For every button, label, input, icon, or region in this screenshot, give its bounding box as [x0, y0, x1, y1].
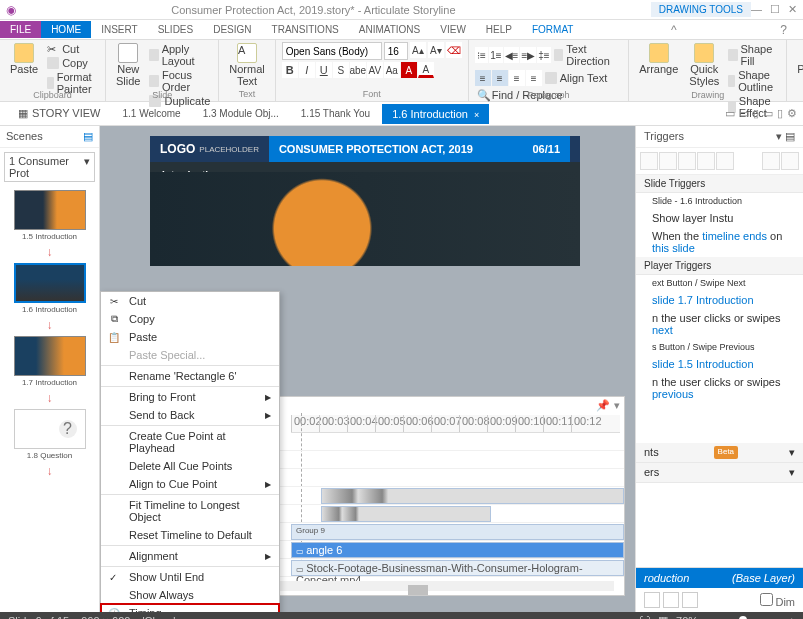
scene-select[interactable]: 1 Consumer Prot▾ [4, 152, 95, 182]
tab-format[interactable]: FORMAT [522, 21, 583, 38]
settings-icon[interactable]: ⚙ [787, 107, 797, 120]
trigger-item[interactable]: s Button / Swipe Previous [636, 339, 803, 355]
ctx-bring-to-front[interactable]: Bring to Front▶ [101, 388, 279, 406]
highlight-button[interactable]: A [401, 62, 417, 78]
edit-trigger-button[interactable] [659, 152, 677, 170]
slide-canvas[interactable]: LOGO PLACEHOLDER CONSUMER PROTECTION ACT… [100, 126, 635, 612]
delete-layer-button[interactable] [682, 592, 698, 608]
shape-fill-button[interactable]: Shape Fill [726, 42, 780, 68]
add-trigger-button[interactable] [640, 152, 658, 170]
clear-format-button[interactable]: ⌫ [446, 42, 462, 58]
trigger-link[interactable]: this slide [652, 242, 695, 254]
timeline-pin-icon[interactable]: 📌 [596, 399, 610, 412]
ctx-send-to-back[interactable]: Send to Back▶ [101, 406, 279, 424]
dedent-button[interactable]: ◀≡ [504, 47, 520, 63]
view-phone-portrait-icon[interactable]: ▯ [777, 107, 783, 120]
indent-button[interactable]: ≡▶ [520, 47, 536, 63]
view-phone-landscape-icon[interactable]: ▭ [763, 107, 773, 120]
doc-tab[interactable]: 1.1 Welcome [112, 104, 190, 123]
trigger-action[interactable]: slide 1.7 Introduction [636, 291, 803, 309]
bold-button[interactable]: B [282, 62, 298, 78]
align-text-button[interactable]: Align Text [543, 71, 610, 85]
ribbon-toggle[interactable]: ^ [661, 20, 687, 40]
tab-home[interactable]: HOME [41, 21, 91, 38]
slide-thumb[interactable]: 1.8 Question [14, 409, 86, 460]
apply-layout-button[interactable]: Apply Layout [147, 42, 212, 68]
tab-file[interactable]: FILE [0, 21, 41, 38]
window-maximize[interactable]: ☐ [770, 3, 780, 16]
tab-animations[interactable]: ANIMATIONS [349, 21, 430, 38]
panel-menu-icon[interactable]: ▤ [83, 130, 93, 143]
tab-slides[interactable]: SLIDES [148, 21, 204, 38]
slide-thumb[interactable]: 1.7 Introduction [14, 336, 86, 387]
tab-insert[interactable]: INSERT [91, 21, 148, 38]
delete-trigger-button[interactable] [716, 152, 734, 170]
zoom-out-button[interactable]: − [706, 615, 712, 620]
slide-thumb[interactable]: 1.5 Introduction [14, 190, 86, 241]
tab-transitions[interactable]: TRANSITIONS [262, 21, 349, 38]
strike-button[interactable]: S [333, 62, 349, 78]
timeline-ruler[interactable]: 00:0200:0300:0400:0500:0600:0700:0800:09… [291, 415, 620, 433]
justify-button[interactable]: ≡ [526, 70, 542, 86]
decrease-font-button[interactable]: A▾ [428, 42, 444, 58]
trigger-slide[interactable]: Slide - 1.6 Introduction [636, 193, 803, 209]
quick-styles-button[interactable]: Quick Styles [685, 42, 723, 88]
ctx-fit-timeline[interactable]: Fit Timeline to Longest Object [101, 496, 279, 526]
char-spacing-button[interactable]: AV [367, 62, 383, 78]
story-view-tab[interactable]: ▦STORY VIEW [8, 103, 110, 124]
align-left-button[interactable]: ≡ [475, 70, 491, 86]
timeline-menu-icon[interactable]: ▾ [614, 399, 620, 412]
case-button[interactable]: Aa [384, 62, 400, 78]
manage-variables-button[interactable] [762, 152, 780, 170]
layers-header[interactable]: ers▾ [636, 463, 803, 483]
audio-clip[interactable] [321, 506, 491, 522]
ctx-paste[interactable]: 📋Paste [101, 328, 279, 346]
increase-font-button[interactable]: A▴ [410, 42, 426, 58]
zoom-level[interactable]: 70% [676, 615, 698, 620]
slide-preview[interactable]: LOGO PLACEHOLDER CONSUMER PROTECTION ACT… [150, 136, 580, 266]
group-clip[interactable]: Group 9 [291, 524, 624, 540]
line-spacing-button[interactable]: ‡≡ [537, 47, 550, 63]
trigger-link[interactable]: next [652, 324, 673, 336]
help-icon[interactable]: ? [770, 20, 797, 40]
preview-button[interactable] [781, 152, 799, 170]
audio-clip[interactable] [321, 488, 624, 504]
trigger-item[interactable]: ext Button / Swipe Next [636, 275, 803, 291]
base-layer[interactable]: roduction(Base Layer) [636, 568, 803, 588]
slide-thumb-selected[interactable]: 1.6 Introduction [14, 263, 86, 314]
comments-header[interactable]: ntsBeta▾ [636, 443, 803, 463]
grid-icon[interactable]: ▦ [658, 614, 668, 619]
doc-tab[interactable]: 1.15 Thank You [291, 104, 380, 123]
trigger-action[interactable]: slide 1.5 Introduction [636, 355, 803, 373]
font-family-select[interactable] [282, 42, 382, 60]
window-close[interactable]: ✕ [788, 3, 797, 16]
view-desktop-icon[interactable]: ▭ [725, 107, 735, 120]
tab-help[interactable]: HELP [476, 21, 522, 38]
ctx-create-cue-point[interactable]: Create Cue Point at Playhead [101, 427, 279, 457]
cut-button[interactable]: ✂Cut [45, 42, 99, 56]
copy-trigger-button[interactable] [678, 152, 696, 170]
ctx-show-until-end[interactable]: Show Until End [101, 568, 279, 586]
doc-tab-active[interactable]: 1.6 Introduction× [382, 104, 489, 124]
dim-checkbox[interactable] [760, 593, 773, 606]
copy-button[interactable]: Copy [45, 56, 99, 70]
ctx-rename[interactable]: Rename 'Rectangle 6' [101, 367, 279, 385]
italic-button[interactable]: I [299, 62, 315, 78]
text-direction-button[interactable]: Text Direction [552, 42, 623, 68]
underline-button[interactable]: U [316, 62, 332, 78]
add-layer-button[interactable] [644, 592, 660, 608]
view-tablet-portrait-icon[interactable]: ▯ [753, 107, 759, 120]
paste-trigger-button[interactable] [697, 152, 715, 170]
zoom-in-button[interactable]: + [789, 615, 795, 620]
timeline-scrollbar[interactable] [271, 581, 614, 591]
arrange-button[interactable]: Arrange [635, 42, 682, 76]
ctx-reset-timeline[interactable]: Reset Timeline to Default [101, 526, 279, 544]
font-size-select[interactable] [384, 42, 408, 60]
new-slide-button[interactable]: New Slide [112, 42, 144, 88]
doc-tab[interactable]: 1.3 Module Obj... [193, 104, 289, 123]
ctx-alignment[interactable]: Alignment▶ [101, 547, 279, 565]
panel-menu-icon[interactable]: ▾ ▤ [776, 130, 795, 143]
player-button[interactable]: Player [793, 42, 803, 76]
normal-text-button[interactable]: ANormal Text [225, 42, 268, 88]
close-tab-icon[interactable]: × [474, 110, 479, 120]
